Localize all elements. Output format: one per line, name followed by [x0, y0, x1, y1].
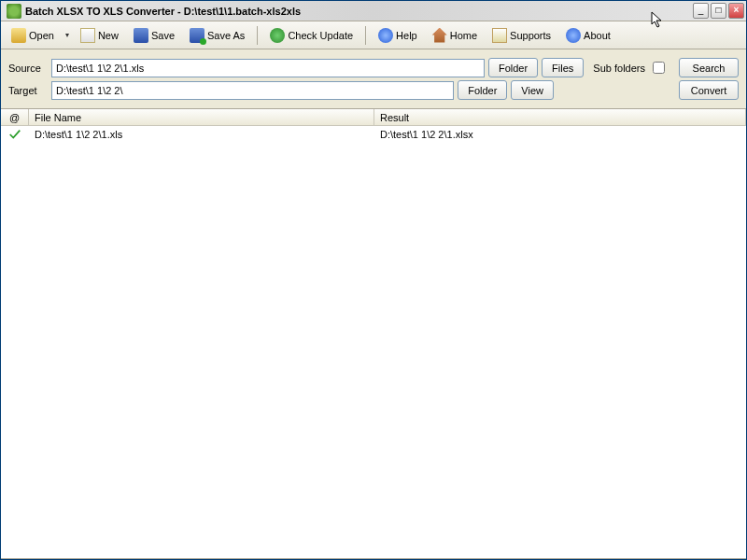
- minimize-button[interactable]: _: [693, 3, 709, 19]
- col-result-header[interactable]: Result: [374, 109, 746, 125]
- search-button[interactable]: Search: [679, 58, 739, 77]
- target-label: Target: [8, 85, 48, 96]
- source-input[interactable]: [51, 59, 485, 77]
- open-dropdown[interactable]: ▾: [63, 28, 72, 43]
- source-label: Source: [8, 63, 48, 74]
- save-as-button[interactable]: Save As: [183, 24, 251, 47]
- checkmark-icon: [8, 128, 21, 141]
- save-as-icon: [190, 28, 204, 43]
- toolbar: Open ▾ New Save Save As Check Update Hel…: [1, 21, 746, 49]
- help-icon: [378, 28, 393, 43]
- target-row: Target Folder View Convert: [8, 80, 739, 100]
- separator: [365, 26, 366, 45]
- app-window: Batch XLSX TO XLS Converter - D:\test\1\…: [0, 0, 747, 560]
- source-files-button[interactable]: Files: [542, 58, 584, 77]
- new-label: New: [98, 30, 119, 41]
- about-icon: [566, 28, 581, 43]
- new-icon: [80, 28, 95, 43]
- home-icon: [432, 28, 447, 43]
- open-label: Open: [29, 30, 54, 41]
- home-label: Home: [450, 30, 477, 41]
- source-folder-button[interactable]: Folder: [488, 58, 538, 77]
- open-icon: [11, 28, 26, 43]
- supports-button[interactable]: Supports: [486, 24, 557, 47]
- sub-folders-checkbox[interactable]: [653, 62, 665, 74]
- source-row: Source Folder Files Sub folders Search: [8, 58, 739, 77]
- window-title: Batch XLSX TO XLS Converter - D:\test\1\…: [25, 6, 301, 17]
- sub-folders-wrap: Sub folders: [593, 59, 668, 77]
- col-status-header[interactable]: @: [1, 109, 29, 125]
- supports-label: Supports: [510, 30, 551, 41]
- new-button[interactable]: New: [74, 24, 125, 47]
- help-button[interactable]: Help: [372, 24, 424, 47]
- app-icon: [7, 4, 21, 19]
- table-row[interactable]: D:\test\1 1\2 2\1.xls D:\test\1 1\2 2\1.…: [1, 126, 746, 143]
- maximize-button[interactable]: □: [711, 3, 726, 19]
- file-name-cell: D:\test\1 1\2 2\1.xls: [29, 129, 374, 140]
- about-button[interactable]: About: [559, 24, 617, 47]
- title-bar: Batch XLSX TO XLS Converter - D:\test\1\…: [1, 1, 746, 21]
- close-button[interactable]: ×: [728, 3, 744, 19]
- sub-folders-label: Sub folders: [593, 63, 645, 74]
- open-button[interactable]: Open: [5, 24, 61, 47]
- help-label: Help: [396, 30, 417, 41]
- save-label: Save: [151, 30, 175, 41]
- check-update-label: Check Update: [288, 30, 353, 41]
- col-file-header[interactable]: File Name: [29, 109, 374, 125]
- save-icon: [134, 28, 148, 43]
- list-header: @ File Name Result: [1, 109, 746, 126]
- home-button[interactable]: Home: [426, 24, 484, 47]
- result-cell: D:\test\1 1\2 2\1.xlsx: [374, 129, 746, 140]
- save-button[interactable]: Save: [127, 24, 181, 47]
- save-as-label: Save As: [207, 30, 245, 41]
- about-label: About: [584, 30, 611, 41]
- supports-icon: [492, 28, 507, 43]
- list-body: D:\test\1 1\2 2\1.xls D:\test\1 1\2 2\1.…: [1, 126, 746, 559]
- update-icon: [270, 28, 285, 43]
- separator: [257, 26, 258, 45]
- check-update-button[interactable]: Check Update: [263, 24, 359, 47]
- target-input[interactable]: [51, 81, 454, 100]
- view-button[interactable]: View: [511, 80, 554, 100]
- target-folder-button[interactable]: Folder: [458, 80, 507, 100]
- convert-button[interactable]: Convert: [679, 80, 739, 100]
- path-panel: Source Folder Files Sub folders Search T…: [1, 49, 746, 109]
